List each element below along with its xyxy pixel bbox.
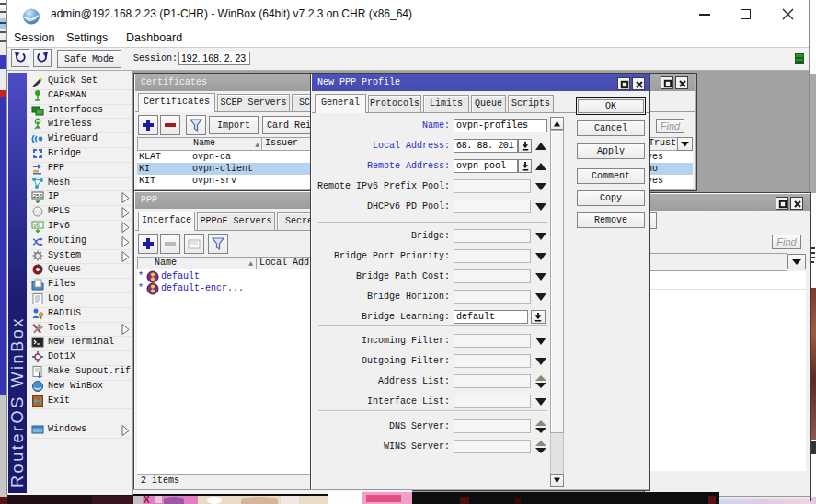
svg-text:v6: v6 xyxy=(34,223,40,228)
svg-text:255: 255 xyxy=(33,193,43,199)
